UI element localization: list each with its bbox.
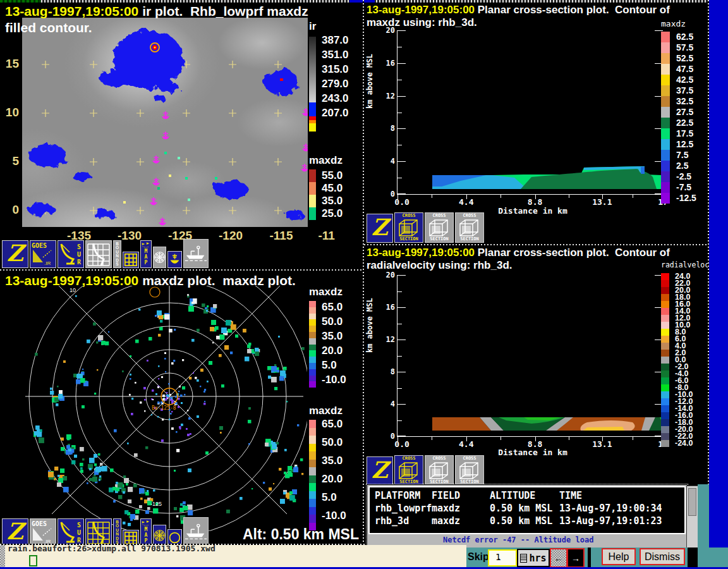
help-button[interactable]: Help bbox=[602, 548, 636, 565]
map-button[interactable]: MAP bbox=[140, 518, 152, 546]
y-axis-minor-tick bbox=[397, 420, 402, 421]
zebra-button[interactable]: Z bbox=[367, 456, 393, 486]
svg-text:M: M bbox=[145, 527, 148, 532]
xsec-maxdz-plot[interactable]: 2016128400.04.48.813.117 bbox=[397, 30, 663, 195]
svg-text:.IR: .IR bbox=[44, 260, 51, 266]
colorbar-label: maxdz bbox=[661, 19, 686, 28]
app-window: 13-aug-1997,19:05:00 ir plot. Rhb_lowprf… bbox=[0, 0, 728, 569]
x-axis-minor-tick bbox=[432, 436, 432, 440]
ppi-panel: 13-aug-1997,19:05:00 maxdz plot. maxdz p… bbox=[0, 271, 363, 548]
sur-button[interactable]: SUR bbox=[58, 518, 84, 546]
y-axis-tick bbox=[397, 436, 406, 436]
bounds-button[interactable]: B O U N D S bbox=[113, 240, 121, 268]
arrow-right-icon: → bbox=[571, 553, 580, 563]
status-table-row: rhb_3d bbox=[375, 515, 409, 527]
map-button[interactable]: MAP bbox=[140, 240, 152, 268]
ship-button[interactable] bbox=[183, 517, 209, 546]
colorbar-tick-label: 45.0 bbox=[322, 182, 343, 195]
radar-ppi-display[interactable]: Bx-125-810-125 bbox=[0, 286, 307, 531]
longitude-tick-label: -110 bbox=[318, 229, 335, 243]
ship-button[interactable] bbox=[183, 239, 209, 268]
xsec-maxdz-title-line2: maxdz using: rhb_3d. bbox=[367, 16, 477, 29]
terminal-cursor bbox=[29, 555, 37, 566]
skip-input[interactable]: 1 ^ bbox=[488, 549, 517, 566]
svg-text:P: P bbox=[145, 538, 148, 544]
cross-section-button-label-top: CROSS bbox=[432, 456, 446, 461]
latitude-tick-label: 10 bbox=[3, 106, 19, 119]
colorbar-tick-label: 50.0 bbox=[322, 436, 343, 449]
colorbar-tick-label: -10.0 bbox=[322, 374, 346, 386]
longitude-tick-label: -115 bbox=[270, 229, 293, 243]
xsec-maxdz-title-text: Planar cross-section plot. Contour of bbox=[475, 4, 670, 16]
y-axis-tick-label: 12 bbox=[381, 335, 395, 344]
status-scrollbar-thumb[interactable] bbox=[688, 488, 696, 516]
satellite-image[interactable] bbox=[22, 18, 308, 227]
colorbar-segment bbox=[661, 350, 669, 357]
cross-section-button[interactable]: CROSSSECTION bbox=[455, 212, 484, 243]
cross-section-button[interactable]: CROSSSECTION bbox=[425, 455, 454, 486]
sur-button[interactable]: SUR bbox=[58, 240, 84, 268]
colorbar-tick-label: 20.0 bbox=[322, 345, 343, 357]
y-axis-minor-tick bbox=[397, 178, 402, 178]
goes-button[interactable]: GOES.IR bbox=[30, 518, 56, 546]
zebra-button[interactable]: Z bbox=[2, 518, 28, 546]
cross-section-button[interactable]: CROSSSECTION bbox=[455, 455, 484, 486]
bounds-button[interactable]: B O U N D S bbox=[113, 518, 121, 546]
colorbar-segment bbox=[661, 294, 669, 301]
colorbar-segment bbox=[309, 195, 316, 207]
dismiss-button[interactable]: Dismiss bbox=[640, 548, 685, 565]
cross-section-button[interactable]: CROSSSECTION bbox=[425, 212, 454, 243]
colorbar-tick-label: 47.5 bbox=[676, 64, 693, 74]
colorbar-tick-label: 65.0 bbox=[322, 301, 343, 314]
wm-corner-grip bbox=[0, 545, 5, 569]
colorbar-tick-label: -24.0 bbox=[675, 439, 693, 448]
y-axis-minor-tick bbox=[397, 145, 402, 145]
colorbar-label: maxdz bbox=[309, 154, 343, 167]
step-back-button[interactable]: ← bbox=[550, 548, 567, 568]
colorbar-tick-label: -12.5 bbox=[676, 193, 696, 203]
xsec-velocity-plot[interactable]: 2016128400.04.48.813.117 bbox=[397, 275, 663, 437]
colorbar-segment bbox=[309, 515, 316, 523]
terminal-window[interactable]: rain.beaufort:26>xdump.all 970813.1905.x… bbox=[5, 545, 466, 568]
colorbar-segment bbox=[309, 345, 316, 351]
buoy-button[interactable] bbox=[167, 251, 182, 268]
status-table-row: rhb_lowprf bbox=[375, 503, 432, 514]
buoy-marker bbox=[301, 164, 308, 172]
zebra-button[interactable]: Z bbox=[2, 240, 28, 268]
y-axis-tick-label: 4 bbox=[381, 157, 395, 166]
hrs-label: hrs bbox=[529, 553, 546, 564]
step-forward-button[interactable]: → bbox=[567, 548, 585, 568]
control-bar-separator bbox=[586, 548, 591, 567]
divider-vertical bbox=[363, 0, 364, 548]
polar-button[interactable] bbox=[153, 247, 166, 268]
colorbar-segment bbox=[309, 319, 316, 326]
radargrid-button[interactable] bbox=[85, 518, 112, 546]
colorbar-segment bbox=[661, 32, 670, 42]
colorbar-segment bbox=[661, 128, 670, 139]
goes-button[interactable]: GOES.IR bbox=[30, 240, 56, 268]
cross-section-button[interactable]: CROSSSECTION bbox=[394, 212, 423, 243]
status-table-row: 0.50 km MSL bbox=[490, 515, 552, 527]
status-table-row: maxdz bbox=[432, 515, 460, 527]
svg-text:Z: Z bbox=[372, 214, 392, 240]
radargrid-button[interactable] bbox=[85, 240, 112, 268]
buoy-marker bbox=[302, 108, 308, 116]
colorbar-label: radialvelocity bbox=[661, 260, 709, 269]
status-table-header: PLATFORM bbox=[375, 490, 420, 501]
polar-button[interactable] bbox=[153, 525, 166, 546]
colorbar-segment bbox=[309, 123, 316, 132]
gridsmall-button[interactable] bbox=[123, 252, 139, 268]
document-icon bbox=[520, 554, 527, 563]
colorbar-tick-label: 35.0 bbox=[322, 195, 343, 207]
colorbar-segment bbox=[661, 398, 669, 405]
colorbar-segment bbox=[309, 207, 316, 220]
colorbar-segment bbox=[661, 280, 669, 287]
cross-section-button[interactable]: CROSSSECTION bbox=[394, 455, 423, 486]
colorbar-segment bbox=[309, 483, 316, 491]
colorbar-segment bbox=[661, 329, 669, 336]
status-scrollbar[interactable] bbox=[686, 486, 699, 550]
xsec-velocity-title: 13-aug-1997,19:05:00 Planar cross-sectio… bbox=[367, 247, 670, 259]
x-axis-minor-tick bbox=[432, 194, 432, 198]
hrs-button[interactable]: hrs bbox=[517, 549, 550, 567]
zebra-button[interactable]: Z bbox=[367, 214, 393, 243]
